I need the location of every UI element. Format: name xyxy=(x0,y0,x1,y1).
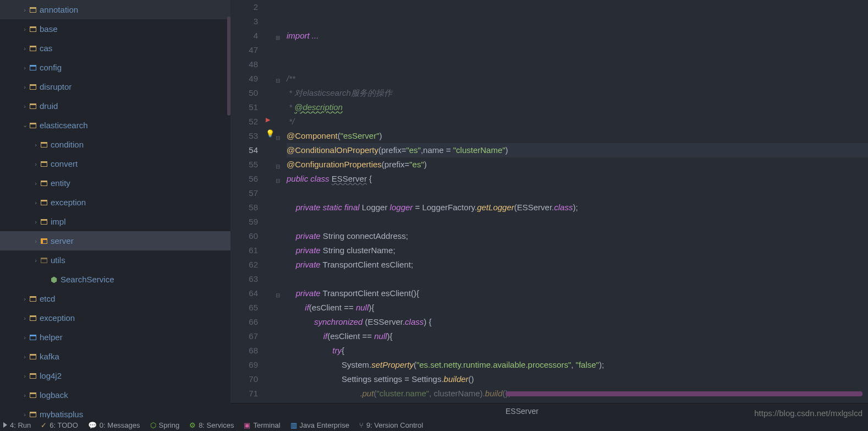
chevron-icon: › xyxy=(20,392,30,399)
tree-item-disruptor[interactable]: ›disruptor xyxy=(0,77,230,96)
line-number: 71 xyxy=(230,386,258,401)
lightbulb-icon[interactable]: 💡 xyxy=(266,127,274,141)
tree-item-searchservice[interactable]: ⬢SearchService xyxy=(0,270,230,289)
folder-icon xyxy=(30,123,36,128)
tree-item-etcd[interactable]: ›etcd xyxy=(0,289,230,308)
project-tree[interactable]: ›annotation›base›cas›config›disruptor›dr… xyxy=(0,0,230,418)
tool-run[interactable]: 4: Run xyxy=(3,421,31,429)
tree-item-label: mybatisplus xyxy=(40,410,83,418)
tree-item-label: convert xyxy=(51,159,78,168)
tool-window-bar[interactable]: 4: Run ✓6: TODO 💬0: Messages ⬡Spring ⚙8:… xyxy=(0,419,868,431)
tree-item-base[interactable]: ›base xyxy=(0,19,230,39)
horizontal-scrollbar[interactable] xyxy=(506,391,862,396)
tree-item-cas[interactable]: ›cas xyxy=(0,39,230,58)
fold-minus-icon: ⊟ xyxy=(276,160,280,174)
tree-item-annotation[interactable]: ›annotation xyxy=(0,0,230,19)
line-number: 67 xyxy=(230,329,258,343)
folder-icon: ⬢ xyxy=(51,275,57,284)
line-number: 65 xyxy=(230,301,258,315)
line-number: 70 xyxy=(230,372,258,386)
tree-item-label: exception xyxy=(51,198,86,207)
tool-messages[interactable]: 💬0: Messages xyxy=(88,421,140,429)
tree-item-label: annotation xyxy=(40,5,78,14)
tree-item-label: exception xyxy=(40,313,75,323)
tree-item-elasticsearch[interactable]: ⌄elasticsearch xyxy=(0,116,230,135)
chevron-icon: › xyxy=(20,84,30,90)
fold-plus-icon: ⊞ xyxy=(276,31,280,45)
line-number: 54 xyxy=(230,143,258,157)
tree-item-condition[interactable]: ›condition xyxy=(0,135,230,154)
tree-item-label: config xyxy=(40,63,62,72)
folder-icon xyxy=(41,142,47,148)
tree-item-utils[interactable]: ›utils xyxy=(0,250,230,270)
line-number: 64 xyxy=(230,286,258,301)
folder-icon xyxy=(41,258,47,263)
line-number: 50 xyxy=(230,86,258,100)
chevron-icon: › xyxy=(31,199,41,206)
message-icon: 💬 xyxy=(88,421,97,429)
tree-item-label: disruptor xyxy=(40,82,72,91)
tree-item-druid[interactable]: ›druid xyxy=(0,96,230,116)
line-number: 66 xyxy=(230,315,258,329)
tree-item-label: log4j2 xyxy=(40,371,62,380)
tree-item-exception[interactable]: ›exception xyxy=(0,308,230,328)
line-number: 56 xyxy=(230,172,258,186)
spring-icon: ⬡ xyxy=(150,421,156,429)
breadcrumb-item[interactable]: ESServer xyxy=(506,407,539,416)
folder-icon xyxy=(41,161,47,167)
line-number: 53 xyxy=(230,129,258,143)
tree-item-logback[interactable]: ›logback xyxy=(0,385,230,405)
chevron-icon: › xyxy=(20,315,30,321)
tool-terminal[interactable]: ▣Terminal xyxy=(244,421,280,429)
tree-item-exception[interactable]: ›exception xyxy=(0,193,230,212)
chevron-icon: › xyxy=(20,26,30,32)
tree-item-label: condition xyxy=(51,140,84,149)
line-number: 68 xyxy=(230,343,258,358)
current-line: @ConditionalOnProperty(prefix="es",name … xyxy=(287,143,868,157)
folder-icon xyxy=(41,181,47,186)
tree-item-impl[interactable]: ›impl xyxy=(0,212,230,231)
tree-item-log4j2[interactable]: ›log4j2 xyxy=(0,366,230,385)
line-number: 51 xyxy=(230,100,258,114)
code-editor[interactable]: 2344748495051525354555657585960616263646… xyxy=(230,0,868,418)
folder-icon xyxy=(30,412,36,417)
chevron-icon: › xyxy=(20,296,30,302)
tree-item-kafka[interactable]: ›kafka xyxy=(0,347,230,366)
folder-icon xyxy=(41,219,47,225)
chevron-icon: › xyxy=(20,353,30,360)
line-number: 3 xyxy=(230,14,258,29)
line-number: 63 xyxy=(230,272,258,286)
tree-item-entity[interactable]: ›entity xyxy=(0,173,230,193)
line-number: 47 xyxy=(230,43,258,57)
folder-icon xyxy=(41,238,47,244)
chevron-icon: › xyxy=(31,141,41,148)
tool-java-ee[interactable]: ▥Java Enterprise xyxy=(290,421,349,429)
tree-item-helper[interactable]: ›helper xyxy=(0,328,230,347)
line-number: 69 xyxy=(230,358,258,372)
folder-icon xyxy=(30,392,36,398)
tool-spring[interactable]: ⬡Spring xyxy=(150,421,180,429)
code-body[interactable]: import ... /** * 对elasticsearch服务的操作 * @… xyxy=(284,0,868,403)
folder-icon xyxy=(41,200,47,205)
fold-minus-icon: ⊟ xyxy=(276,74,280,88)
folder-icon xyxy=(30,26,36,32)
tree-item-label: helper xyxy=(40,332,63,342)
tree-item-server[interactable]: ›server xyxy=(0,231,230,250)
folder-icon xyxy=(30,296,36,302)
tree-item-convert[interactable]: ›convert xyxy=(0,154,230,173)
tree-item-label: elasticsearch xyxy=(40,121,88,130)
line-number: 52 xyxy=(230,114,258,129)
line-number: 4 xyxy=(230,29,258,43)
chevron-icon: › xyxy=(31,257,41,264)
play-icon xyxy=(3,422,7,428)
fold-gutter[interactable]: ⊞ ⊟ ⊟ ⊟ ⊟ ⊟ xyxy=(274,0,284,403)
tool-todo[interactable]: ✓6: TODO xyxy=(41,421,78,429)
tool-version-control[interactable]: ⑂9: Version Control xyxy=(359,421,423,429)
breakpoint-gutter[interactable]: ▶ 💡 xyxy=(265,0,274,403)
tree-item-config[interactable]: ›config xyxy=(0,58,230,77)
tool-services[interactable]: ⚙8: Services xyxy=(189,421,234,429)
fold-minus-icon: ⊟ xyxy=(276,131,280,145)
line-number: 49 xyxy=(230,72,258,86)
folder-icon xyxy=(30,373,36,379)
tree-item-mybatisplus[interactable]: ›mybatisplus xyxy=(0,405,230,418)
